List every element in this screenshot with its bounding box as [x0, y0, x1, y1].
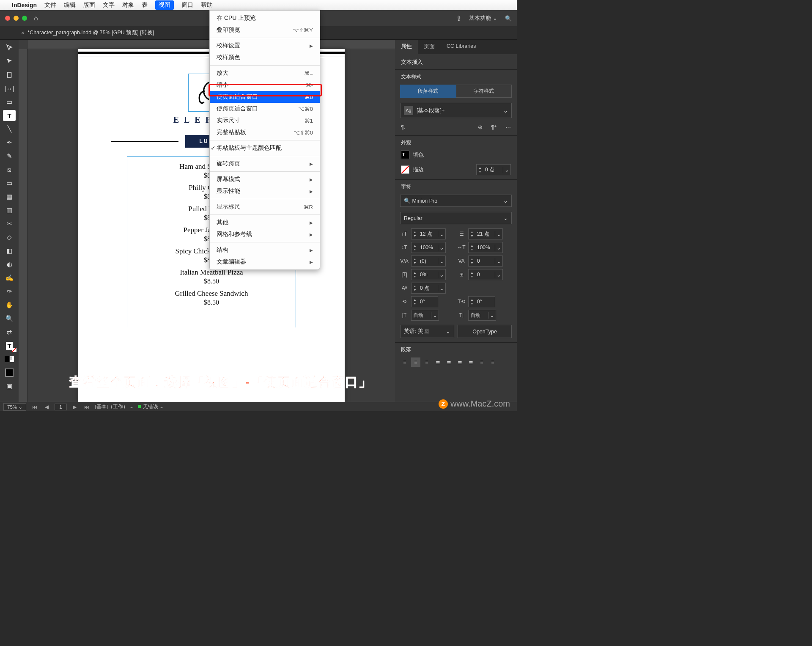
search-icon[interactable]: 🔍: [505, 15, 512, 22]
view-menu-item[interactable]: 使页面适合窗口⌘0: [210, 91, 320, 103]
stroke-weight-field[interactable]: ▴▾⌄: [476, 164, 511, 175]
tab-cc-libraries[interactable]: CC Libraries: [441, 40, 482, 54]
paragraph-style-tab[interactable]: 段落样式: [400, 85, 456, 98]
rectangle-tool[interactable]: ▭: [3, 178, 16, 189]
justify-center-icon[interactable]: ≣: [444, 357, 453, 367]
align-toward-spine-icon[interactable]: ≡: [477, 357, 486, 367]
default-fill-stroke[interactable]: [3, 367, 16, 378]
free-transform-tool[interactable]: ◇: [3, 232, 16, 243]
font-weight-dropdown[interactable]: Regular⌄: [400, 212, 512, 224]
share-icon[interactable]: ⇪: [456, 14, 461, 22]
justify-right-icon[interactable]: ≣: [455, 357, 464, 367]
content-collector-tool[interactable]: ▭: [3, 96, 16, 107]
type-tool[interactable]: T: [3, 110, 16, 121]
view-menu-item[interactable]: 使跨页适合窗口⌥⌘0: [210, 103, 320, 115]
char-rotate-field[interactable]: ▴▾: [468, 296, 495, 307]
apply-color-icon[interactable]: T: [3, 354, 16, 365]
view-menu-item[interactable]: 放大⌘=: [210, 67, 320, 79]
view-menu-item[interactable]: 网格和参考线: [210, 228, 320, 240]
eyedropper-tool[interactable]: ✑: [3, 286, 16, 297]
auto2-field[interactable]: ⌄: [468, 310, 496, 321]
view-menu-item[interactable]: 显示性能: [210, 185, 320, 197]
tracking-field[interactable]: ▴▾⌄: [468, 256, 503, 267]
baseline-field[interactable]: ▴▾⌄: [411, 269, 446, 280]
hand-tool[interactable]: ✋: [3, 300, 16, 311]
pencil-tool[interactable]: ✎: [3, 151, 16, 162]
view-menu-item[interactable]: 其他: [210, 217, 320, 228]
font-family-dropdown[interactable]: 🔍 Minion Pro⌄: [400, 195, 512, 207]
first-page-button[interactable]: ⏮: [30, 404, 39, 410]
preflight-status[interactable]: 无错误 ⌄: [138, 404, 164, 410]
next-page-button[interactable]: ▶: [71, 404, 78, 410]
screen-mode-icon[interactable]: ▣: [3, 381, 16, 392]
view-menu-item[interactable]: 缩小⌘-: [210, 79, 320, 91]
character-style-tab[interactable]: 字符样式: [456, 85, 512, 98]
fill-swatch[interactable]: T: [401, 151, 409, 159]
prev-page-button[interactable]: ◀: [43, 404, 50, 410]
pen-tool[interactable]: ✒: [3, 137, 16, 148]
menu-layout[interactable]: 版面: [83, 1, 95, 9]
ruler-vertical[interactable]: [19, 49, 28, 402]
page-tool[interactable]: [3, 69, 16, 80]
language-dropdown[interactable]: 英语: 美国⌄: [400, 325, 454, 338]
justify-all-icon[interactable]: ≣: [466, 357, 475, 367]
align-left-icon[interactable]: ≡: [400, 357, 409, 367]
zoom-window-button[interactable]: [22, 16, 27, 21]
document-tab[interactable]: × *Character_paragraph.indd @ 75% [GPU 预…: [21, 29, 154, 36]
workspace-switcher[interactable]: 基本功能 ⌄: [469, 14, 497, 22]
new-style-icon[interactable]: ⊕: [478, 124, 483, 130]
view-menu-item[interactable]: 实际尺寸⌘1: [210, 115, 320, 126]
menu-type[interactable]: 文字: [103, 1, 115, 9]
view-menu-item[interactable]: 在 CPU 上预览: [210, 12, 320, 24]
home-icon[interactable]: ⌂: [34, 14, 38, 22]
gradient-swatch-tool[interactable]: ◧: [3, 245, 16, 256]
direct-selection-tool[interactable]: [3, 56, 16, 67]
grid2-tool[interactable]: ▥: [3, 205, 16, 216]
gap-tool[interactable]: |↔|: [3, 83, 16, 94]
last-page-button[interactable]: ⏭: [82, 404, 91, 410]
view-menu-item[interactable]: 将粘贴板与主题颜色匹配: [210, 142, 320, 154]
current-style-dropdown[interactable]: Ag[基本段落]+ ⌄: [400, 103, 512, 118]
view-menu-item[interactable]: 文章编辑器: [210, 256, 320, 268]
menu-window[interactable]: 窗口: [181, 1, 193, 9]
clear-override-icon[interactable]: ¶⁺: [491, 124, 497, 130]
grid-tool[interactable]: ▦: [3, 191, 16, 202]
status-profile[interactable]: [基本]（工作） ⌄: [95, 404, 134, 410]
note-tool[interactable]: ✍: [3, 272, 16, 283]
auto1-field[interactable]: ⌄: [411, 310, 439, 321]
more-options-icon[interactable]: ⋯: [505, 124, 511, 130]
tab-pages[interactable]: 页面: [418, 40, 441, 54]
skew-field[interactable]: ▴▾⌄: [468, 269, 503, 280]
fill-stroke-swap[interactable]: ⇄: [3, 327, 16, 338]
align-center-icon[interactable]: ≡: [411, 357, 420, 367]
rectangle-frame-tool[interactable]: ⧅: [3, 164, 16, 175]
shift-field[interactable]: ▴▾⌄: [411, 283, 446, 294]
menu-file[interactable]: 文件: [44, 1, 56, 9]
scissors-tool[interactable]: ✂: [3, 218, 16, 229]
align-right-icon[interactable]: ≡: [422, 357, 431, 367]
view-menu-item[interactable]: 结构: [210, 244, 320, 256]
view-menu-item[interactable]: 叠印预览⌥⇧⌘Y: [210, 24, 320, 36]
tab-properties[interactable]: 属性: [395, 40, 418, 54]
pilcrow-icon[interactable]: ¶.: [401, 124, 405, 130]
kerning-field[interactable]: ▴▾⌄: [411, 256, 446, 267]
page-number-field[interactable]: 1: [55, 404, 66, 410]
format-text-icon[interactable]: T: [3, 340, 16, 351]
justify-left-icon[interactable]: ≣: [433, 357, 442, 367]
leading-field[interactable]: ▴▾⌄: [468, 228, 503, 239]
stroke-swatch[interactable]: [401, 165, 409, 174]
view-menu-item[interactable]: 完整粘贴板⌥⇧⌘0: [210, 126, 320, 138]
menu-table[interactable]: 表: [142, 1, 148, 9]
vscale-field[interactable]: ▴▾⌄: [411, 242, 446, 253]
view-menu-item[interactable]: 显示标尺⌘R: [210, 201, 320, 213]
zoom-tool[interactable]: 🔍: [3, 313, 16, 324]
rotate-field[interactable]: ▴▾: [411, 296, 438, 307]
selection-tool[interactable]: [3, 42, 16, 53]
menu-help[interactable]: 帮助: [201, 1, 213, 9]
minimize-window-button[interactable]: [14, 16, 19, 21]
zoom-level-field[interactable]: 75% ⌄: [3, 403, 26, 411]
align-away-spine-icon[interactable]: ≡: [488, 357, 497, 367]
menu-object[interactable]: 对象: [122, 1, 134, 9]
view-menu-item[interactable]: 旋转跨页: [210, 158, 320, 170]
gradient-feather-tool[interactable]: ◐: [3, 259, 16, 270]
